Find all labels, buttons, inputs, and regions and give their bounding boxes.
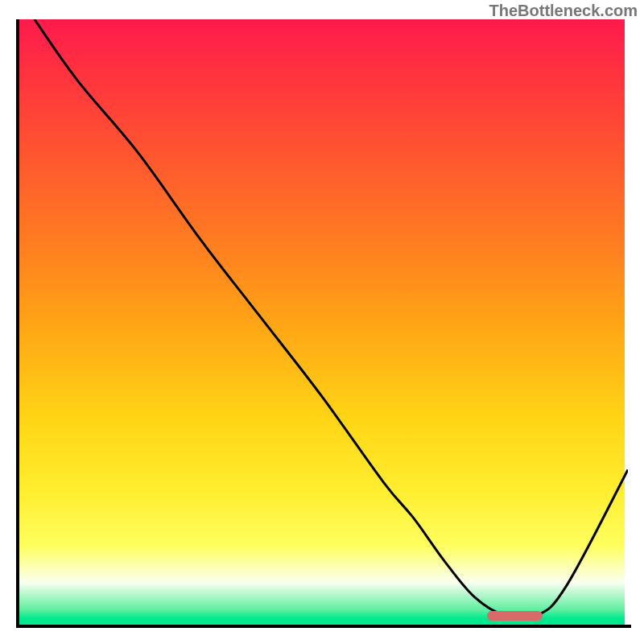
chart-container: TheBottleneck.com bbox=[0, 0, 644, 644]
plot-area bbox=[16, 19, 628, 628]
bottleneck-curve bbox=[16, 19, 628, 628]
watermark-text: TheBottleneck.com bbox=[489, 2, 638, 20]
optimal-range-marker bbox=[487, 611, 542, 621]
x-axis bbox=[16, 625, 631, 628]
y-axis bbox=[16, 19, 19, 628]
